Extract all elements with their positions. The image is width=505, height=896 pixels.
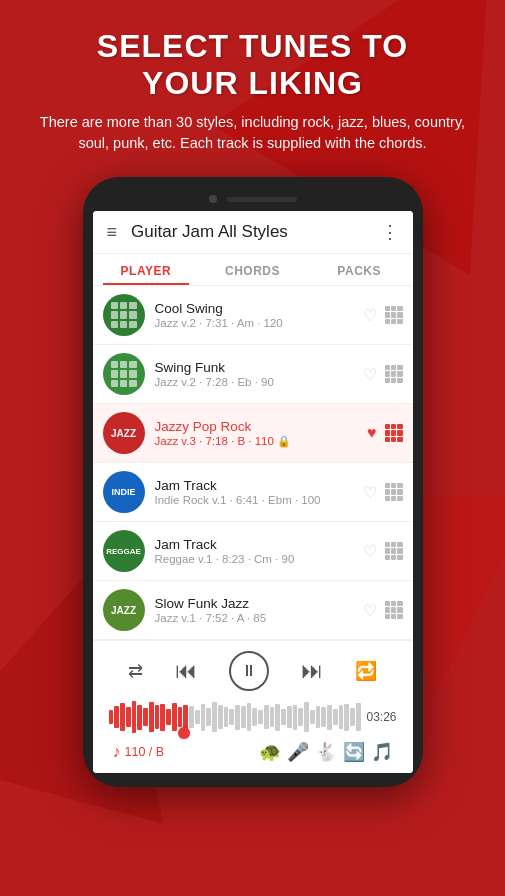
track-actions: ♡	[363, 601, 403, 620]
tab-bar: PLAYER CHORDS PACKS	[93, 254, 413, 286]
like-button[interactable]: ♡	[363, 483, 377, 502]
like-button[interactable]: ♡	[363, 306, 377, 325]
track-meta: Jazz v.1 · 7:52 · A · 85	[155, 612, 363, 624]
list-item[interactable]: Swing Funk Jazz v.2 · 7:28 · Eb · 90 ♡	[93, 345, 413, 404]
track-info: Slow Funk Jazz Jazz v.1 · 7:52 · A · 85	[155, 596, 363, 624]
more-icon[interactable]: ⋮	[381, 221, 399, 243]
track-name: Cool Swing	[155, 301, 363, 316]
track-info: Cool Swing Jazz v.2 · 7:31 · Am · 120	[155, 301, 363, 329]
track-actions: ♡	[363, 365, 403, 384]
phone-mockup: ≡ Guitar Jam All Styles ⋮ PLAYER CHORDS …	[83, 177, 423, 787]
phone-notch	[93, 195, 413, 203]
avatar: JAZZ	[103, 412, 145, 454]
play-pause-button[interactable]: ⏸	[229, 651, 269, 691]
list-item[interactable]: Cool Swing Jazz v.2 · 7:31 · Am · 120 ♡	[93, 286, 413, 345]
tab-player[interactable]: PLAYER	[93, 254, 200, 285]
repeat-button[interactable]: 🔁	[355, 660, 377, 682]
avatar	[103, 294, 145, 336]
shuffle-button[interactable]: ⇄	[128, 660, 143, 682]
like-button[interactable]: ♡	[363, 365, 377, 384]
list-item[interactable]: JAZZ Jazzy Pop Rock Jazz v.3 · 7:18 · B …	[93, 404, 413, 463]
track-meta: Reggae v.1 · 8:23 · Cm · 90	[155, 553, 363, 565]
waveform-container: 03:26	[103, 695, 403, 737]
track-info: Jam Track Indie Rock v.1 · 6:41 · Ebm · …	[155, 478, 363, 506]
app-title: Guitar Jam All Styles	[131, 222, 380, 242]
avatar: INDIE	[103, 471, 145, 513]
track-name: Jam Track	[155, 478, 363, 493]
chord-grid-icon[interactable]	[385, 542, 403, 560]
avatar: REGGAE	[103, 530, 145, 572]
note-icon: ♪	[113, 743, 121, 761]
waveform-cursor	[178, 727, 190, 739]
track-meta: Jazz v.2 · 7:28 · Eb · 90	[155, 376, 363, 388]
list-item[interactable]: JAZZ Slow Funk Jazz Jazz v.1 · 7:52 · A …	[93, 581, 413, 640]
chord-grid-icon[interactable]	[385, 306, 403, 324]
track-list: Cool Swing Jazz v.2 · 7:31 · Am · 120 ♡	[93, 286, 413, 640]
track-actions: ♡	[363, 542, 403, 561]
speed-down-icon[interactable]: 🐢	[259, 741, 281, 763]
track-meta: Indie Rock v.1 · 6:41 · Ebm · 100	[155, 494, 363, 506]
next-button[interactable]: ⏭	[301, 658, 323, 684]
list-item[interactable]: REGGAE Jam Track Reggae v.1 · 8:23 · Cm …	[93, 522, 413, 581]
avatar-grid-icon	[111, 302, 137, 328]
prev-button[interactable]: ⏮	[175, 658, 197, 684]
track-info: Jazzy Pop Rock Jazz v.3 · 7:18 · B · 110…	[155, 419, 368, 448]
chord-grid-icon[interactable]	[385, 424, 403, 442]
playback-time: 03:26	[366, 710, 396, 724]
top-section: SELECT TUNES TOYOUR LIKING There are mor…	[0, 0, 505, 165]
track-actions: ♡	[363, 306, 403, 325]
track-name: Jam Track	[155, 537, 363, 552]
metronome-icon[interactable]: 🎵	[371, 741, 393, 763]
page-title: SELECT TUNES TOYOUR LIKING	[20, 28, 485, 102]
list-item[interactable]: INDIE Jam Track Indie Rock v.1 · 6:41 · …	[93, 463, 413, 522]
player-buttons: ⇄ ⏮ ⏸ ⏭ 🔁	[103, 647, 403, 695]
app-screen: ≡ Guitar Jam All Styles ⋮ PLAYER CHORDS …	[93, 211, 413, 773]
waveform-bars	[109, 699, 361, 735]
track-actions: ♡	[363, 483, 403, 502]
phone-camera	[209, 195, 217, 203]
tempo-label: 110 / B	[125, 745, 165, 759]
like-button[interactable]: ♡	[363, 542, 377, 561]
track-name: Swing Funk	[155, 360, 363, 375]
track-info: Jam Track Reggae v.1 · 8:23 · Cm · 90	[155, 537, 363, 565]
waveform[interactable]	[109, 699, 361, 735]
player-controls: ⇄ ⏮ ⏸ ⏭ 🔁	[93, 640, 413, 773]
chord-grid-icon[interactable]	[385, 601, 403, 619]
track-name: Slow Funk Jazz	[155, 596, 363, 611]
page-subtitle: There are more than 30 styles, including…	[20, 112, 485, 156]
bottom-bar: ♪ 110 / B 🐢 🎤 🐇 🔄 🎵	[103, 737, 403, 769]
avatar	[103, 353, 145, 395]
phone-speaker	[227, 197, 297, 202]
track-meta: Jazz v.2 · 7:31 · Am · 120	[155, 317, 363, 329]
tab-chords[interactable]: CHORDS	[199, 254, 306, 285]
loop-icon[interactable]: 🔄	[343, 741, 365, 763]
speed-up-icon[interactable]: 🐇	[315, 741, 337, 763]
chord-grid-icon[interactable]	[385, 365, 403, 383]
track-meta: Jazz v.3 · 7:18 · B · 110 🔒	[155, 435, 368, 448]
like-button[interactable]: ♥	[367, 424, 377, 442]
tempo-display: ♪ 110 / B	[113, 743, 165, 761]
chord-grid-icon[interactable]	[385, 483, 403, 501]
track-name: Jazzy Pop Rock	[155, 419, 368, 434]
avatar-grid-icon	[111, 361, 137, 387]
bottom-controls: 🐢 🎤 🐇 🔄 🎵	[259, 741, 393, 763]
mic-icon[interactable]: 🎤	[287, 741, 309, 763]
tab-packs[interactable]: PACKS	[306, 254, 413, 285]
menu-icon[interactable]: ≡	[107, 222, 118, 243]
track-actions: ♥	[367, 424, 403, 442]
avatar: JAZZ	[103, 589, 145, 631]
app-toolbar: ≡ Guitar Jam All Styles ⋮	[93, 211, 413, 254]
track-info: Swing Funk Jazz v.2 · 7:28 · Eb · 90	[155, 360, 363, 388]
like-button[interactable]: ♡	[363, 601, 377, 620]
